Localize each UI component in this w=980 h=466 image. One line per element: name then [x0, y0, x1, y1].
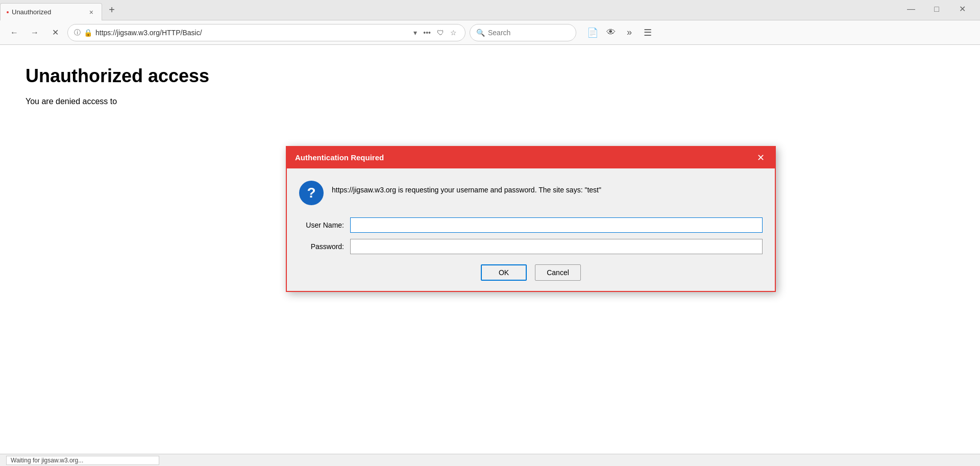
nav-bar: ← → ✕ ⓘ 🔒 ▾ ••• 🛡 ☆ 🔍 📄 👁 » ☰: [0, 20, 980, 45]
new-tab-button[interactable]: +: [104, 3, 119, 18]
dialog-title: Authentication Required: [295, 153, 384, 162]
dialog-message: https://jigsaw.w3.org is requesting your…: [332, 181, 601, 195]
reader-mode-button[interactable]: 📄: [584, 24, 601, 41]
title-bar: Unauthorized × + — □ ✕: [0, 0, 980, 20]
search-input[interactable]: [488, 29, 570, 37]
password-label: Password:: [299, 242, 350, 251]
back-button[interactable]: ←: [6, 24, 22, 41]
toolbar-buttons: 📄 👁 » ☰: [584, 24, 656, 41]
status-message: Waiting for jigsaw.w3.org...: [11, 457, 83, 464]
status-bar: Waiting for jigsaw.w3.org...: [0, 454, 980, 466]
cancel-button[interactable]: Cancel: [535, 264, 581, 281]
auth-dialog: Authentication Required ✕ ? https://jigs…: [286, 146, 776, 292]
search-container: 🔍: [470, 24, 576, 41]
address-bar-container: ⓘ 🔒 ▾ ••• 🛡 ☆: [67, 24, 465, 41]
page-text: You are denied access to: [26, 97, 954, 106]
shield-button[interactable]: 🛡: [435, 28, 446, 38]
close-button[interactable]: ✕: [950, 2, 974, 17]
password-input[interactable]: [350, 239, 763, 254]
dialog-header: Authentication Required ✕: [287, 147, 775, 168]
username-label: User Name:: [299, 221, 350, 229]
tab-strip: Unauthorized × +: [0, 0, 893, 20]
dialog-body: ? https://jigsaw.w3.org is requesting yo…: [287, 168, 775, 291]
status-text: Waiting for jigsaw.w3.org...: [6, 456, 159, 465]
lock-icon: 🔒: [84, 29, 92, 37]
browser-window: Unauthorized × + — □ ✕ ← → ✕ ⓘ 🔒 ▾ ••• 🛡…: [0, 0, 980, 466]
tab-indicator: [7, 11, 9, 13]
password-row: Password:: [299, 239, 763, 254]
tab-close-button[interactable]: ×: [87, 7, 95, 17]
stop-button[interactable]: ✕: [47, 24, 63, 41]
dialog-info-row: ? https://jigsaw.w3.org is requesting yo…: [299, 181, 763, 205]
dropdown-button[interactable]: ▾: [411, 28, 419, 38]
forward-button[interactable]: →: [27, 24, 43, 41]
eye-button[interactable]: 👁: [603, 24, 619, 41]
window-controls: — □ ✕: [893, 2, 980, 17]
minimize-button[interactable]: —: [899, 2, 923, 17]
dialog-close-button[interactable]: ✕: [755, 152, 767, 163]
ok-button[interactable]: OK: [481, 264, 527, 281]
address-bar-actions: ▾ ••• 🛡 ☆: [411, 28, 459, 38]
search-icon: 🔍: [476, 29, 485, 37]
address-input[interactable]: [95, 29, 408, 37]
menu-button[interactable]: ☰: [640, 24, 656, 41]
page-heading: Unauthorized access: [26, 65, 954, 87]
maximize-button[interactable]: □: [925, 2, 948, 17]
star-button[interactable]: ☆: [448, 28, 459, 38]
question-icon: ?: [299, 181, 324, 205]
overflow-button[interactable]: »: [621, 24, 638, 41]
more-button[interactable]: •••: [421, 28, 433, 38]
info-icon: ⓘ: [74, 28, 81, 37]
tab-title: Unauthorized: [12, 8, 83, 16]
page-content: Unauthorized access You are denied acces…: [0, 45, 980, 454]
username-row: User Name:: [299, 217, 763, 233]
dialog-overlay: Authentication Required ✕ ? https://jigs…: [0, 45, 980, 454]
dialog-buttons: OK Cancel: [299, 264, 763, 281]
browser-tab[interactable]: Unauthorized ×: [0, 3, 102, 20]
username-input[interactable]: [350, 217, 763, 233]
question-mark: ?: [307, 185, 315, 201]
